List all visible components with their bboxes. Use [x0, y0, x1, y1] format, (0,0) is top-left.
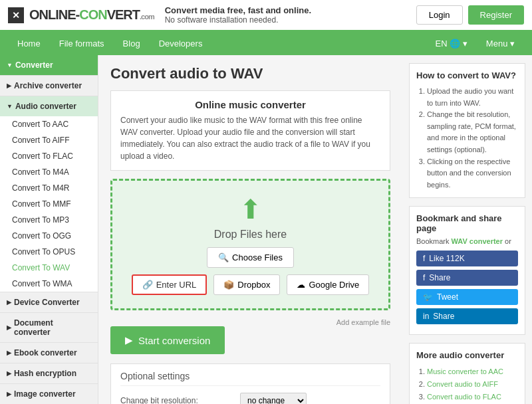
logo-icon: ✕	[8, 7, 24, 23]
like-label: Like 112K	[429, 254, 464, 263]
url-buttons: 🔗 Enter URL 📦 Dropbox ☁ Google Drive	[126, 274, 375, 295]
more-audio-box: More audio converter Music converter to …	[409, 343, 525, 404]
intro-text: Convert your audio like music to the WAV…	[120, 114, 380, 162]
sidebar-document-label: Document converter	[14, 318, 91, 337]
register-button[interactable]: Register	[468, 5, 524, 25]
sidebar: ▼ Converter ▶ Archive converter ▼ Audio …	[0, 55, 98, 404]
intro-box: Online music converter Convert your audi…	[110, 90, 390, 171]
more-link-3[interactable]: Convert audio to FLAC	[427, 391, 518, 403]
logo-com: .com	[140, 13, 154, 21]
sidebar-section-hash: ▶ Hash encryption	[0, 363, 98, 384]
enter-url-button[interactable]: 🔗 Enter URL	[132, 274, 207, 295]
sidebar-item-wav[interactable]: Convert To WAV	[0, 260, 98, 276]
social-share-fb-button[interactable]: f Share	[416, 270, 518, 286]
triangle-device-icon: ▶	[7, 299, 11, 306]
more-link-2[interactable]: Convert audio to AIFF	[427, 378, 518, 391]
sidebar-device-title[interactable]: ▶ Device Converter	[0, 292, 98, 312]
sidebar-item-aiff[interactable]: Convert To AIFF	[0, 132, 98, 148]
drop-buttons: 🔍 Choose Files	[126, 247, 375, 268]
start-conversion-button[interactable]: ▶ Start conversion	[110, 326, 225, 354]
choose-files-button[interactable]: 🔍 Choose Files	[207, 247, 294, 268]
nav-file-formats[interactable]: File formats	[50, 32, 114, 55]
sidebar-ebook-title[interactable]: ▶ Ebook converter	[0, 343, 98, 363]
drop-area[interactable]: ⬆ Drop Files here 🔍 Choose Files 🔗 Enter…	[110, 179, 390, 310]
facebook-share-icon: f	[423, 273, 425, 282]
sidebar-item-flac[interactable]: Convert To FLAC	[0, 148, 98, 164]
tweet-label: Tweet	[437, 292, 458, 302]
gdrive-button[interactable]: ☁ Google Drive	[287, 274, 369, 295]
sidebar-item-ogg[interactable]: Convert To OGG	[0, 228, 98, 244]
sidebar-item-mmf[interactable]: Convert To MMF	[0, 196, 98, 212]
settings-box: Optional settings Change bit resolution:…	[110, 363, 390, 404]
link-icon: 🔗	[142, 280, 153, 290]
logo: ✕ ONLINE-CONVERT.com Convert media free,…	[8, 5, 311, 25]
sidebar-converter-label: Converter	[15, 60, 53, 70]
social-tweet-button[interactable]: 🐦 Tweet	[416, 289, 518, 305]
sidebar-section-document: ▶ Document converter	[0, 313, 98, 343]
bookmark-text: Bookmark WAV converter or	[416, 237, 518, 245]
sidebar-device-label: Device Converter	[14, 298, 80, 307]
tagline-main: Convert media free, fast and online.	[165, 5, 311, 15]
how-to-box: How to convert to WAV? Upload the audio …	[409, 63, 525, 198]
social-like-button[interactable]: f Like 112K	[416, 251, 518, 266]
right-sidebar: How to convert to WAV? Upload the audio …	[402, 55, 532, 404]
sidebar-section-converter: ▼ Converter	[0, 55, 98, 76]
sidebar-section-image: ▶ Image converter	[0, 384, 98, 404]
how-to-title: How to convert to WAV?	[416, 70, 518, 80]
nav-blog[interactable]: Blog	[114, 32, 150, 55]
linkedin-icon: in	[423, 312, 429, 321]
sidebar-hash-title[interactable]: ▶ Hash encryption	[0, 363, 98, 383]
setting-row-bitres: Change bit resolution: no change	[120, 393, 380, 404]
sidebar-section-archive: ▶ Archive converter	[0, 76, 98, 96]
sidebar-hash-label: Hash encryption	[14, 369, 76, 378]
sidebar-section-ebook: ▶ Ebook converter	[0, 343, 98, 363]
sidebar-audio-label: Audio converter	[15, 102, 76, 111]
settings-title: Optional settings	[120, 371, 380, 386]
sidebar-item-opus[interactable]: Convert To OPUS	[0, 244, 98, 260]
header: ✕ ONLINE-CONVERT.com Convert media free,…	[0, 0, 532, 32]
sidebar-item-m4r[interactable]: Convert To M4R	[0, 180, 98, 196]
add-example-link[interactable]: Add example file	[110, 318, 390, 326]
sidebar-archive-title[interactable]: ▶ Archive converter	[0, 76, 98, 96]
setting-select-bitres[interactable]: no change	[240, 393, 307, 404]
main-content: Convert audio to WAV Online music conver…	[98, 55, 402, 404]
nav-lang[interactable]: EN 🌐 ▾	[426, 32, 477, 55]
dropbox-button[interactable]: 📦 Dropbox	[213, 274, 280, 295]
sidebar-item-aac[interactable]: Convert To AAC	[0, 116, 98, 132]
facebook-icon: f	[423, 254, 425, 263]
triangle-doc-icon: ▶	[7, 324, 11, 331]
how-to-list: Upload the audio you want to turn into W…	[416, 86, 518, 191]
how-to-step-1: Upload the audio you want to turn into W…	[427, 86, 518, 109]
triangle-hash-icon: ▶	[7, 370, 11, 377]
logo-tagline: Convert media free, fast and online. No …	[165, 5, 311, 25]
sidebar-item-mp3[interactable]: Convert To MP3	[0, 212, 98, 228]
nav-developers[interactable]: Developers	[150, 32, 212, 55]
sidebar-item-wma[interactable]: Convert To WMA	[0, 276, 98, 292]
sidebar-image-title[interactable]: ▶ Image converter	[0, 384, 98, 404]
more-audio-title: More audio converter	[416, 350, 518, 360]
enter-url-label: Enter URL	[156, 280, 197, 290]
header-buttons: Login Register	[416, 5, 524, 25]
sidebar-audio-title[interactable]: ▼ Audio converter	[0, 96, 98, 116]
sidebar-image-label: Image converter	[14, 389, 76, 399]
sidebar-document-title[interactable]: ▶ Document converter	[0, 313, 98, 342]
sidebar-section-device: ▶ Device Converter	[0, 292, 98, 313]
social-share-li-button[interactable]: in Share	[416, 308, 518, 324]
more-link-1[interactable]: Music converter to AAC	[427, 365, 518, 378]
sidebar-item-m4a[interactable]: Convert To M4A	[0, 164, 98, 180]
logo-name: ONLINE-CONVERT.com	[29, 7, 154, 23]
main-layout: ▼ Converter ▶ Archive converter ▼ Audio …	[0, 55, 532, 404]
triangle-right-icon: ▶	[7, 82, 11, 89]
wav-converter-link[interactable]: WAV converter	[452, 237, 503, 245]
chevron-right-icon: ▶	[125, 334, 133, 346]
triangle-icon: ▼	[7, 62, 13, 68]
login-button[interactable]: Login	[416, 5, 463, 25]
dropbox-icon: 📦	[223, 280, 234, 290]
nav-home[interactable]: Home	[8, 32, 50, 55]
sidebar-converter-title[interactable]: ▼ Converter	[0, 55, 98, 75]
twitter-icon: 🐦	[423, 292, 433, 302]
nav-right: EN 🌐 ▾ Menu ▾	[426, 32, 524, 55]
nav-menu[interactable]: Menu ▾	[477, 32, 524, 55]
triangle-ebook-icon: ▶	[7, 350, 11, 356]
search-icon: 🔍	[218, 252, 229, 262]
